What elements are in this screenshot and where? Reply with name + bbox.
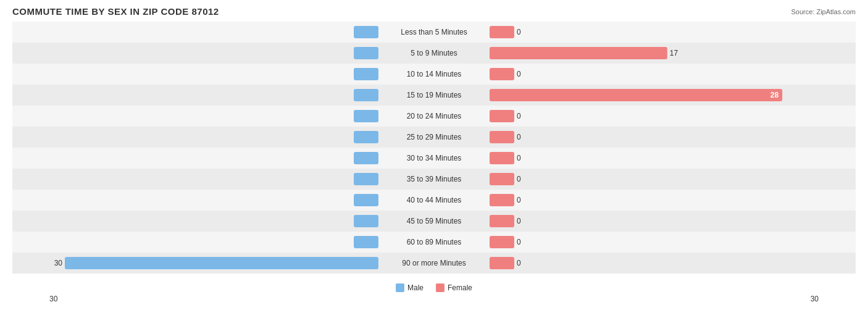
svg-rect-29 xyxy=(490,110,514,122)
chart-area: 0Less than 5 Minutes005 to 9 Minutes1701… xyxy=(12,22,856,280)
svg-text:28: 28 xyxy=(770,91,779,99)
svg-rect-38 xyxy=(354,152,378,164)
svg-rect-8 xyxy=(354,47,378,59)
title-row: COMMUTE TIME BY SEX IN ZIP CODE 87012 So… xyxy=(12,6,856,17)
svg-text:35 to 39 Minutes: 35 to 39 Minutes xyxy=(407,175,462,183)
chart-svg: 0Less than 5 Minutes005 to 9 Minutes1701… xyxy=(12,22,856,280)
svg-rect-17 xyxy=(490,68,514,80)
male-legend-label: Male xyxy=(407,283,424,292)
svg-text:0: 0 xyxy=(517,238,521,246)
legend-row: Male Female xyxy=(12,283,856,292)
svg-rect-59 xyxy=(490,215,514,227)
svg-text:Less than 5 Minutes: Less than 5 Minutes xyxy=(401,28,467,36)
svg-rect-65 xyxy=(490,236,514,248)
svg-rect-50 xyxy=(354,194,378,206)
svg-text:15 to 19 Minutes: 15 to 19 Minutes xyxy=(407,91,462,99)
svg-rect-22 xyxy=(490,89,782,101)
svg-rect-35 xyxy=(490,131,514,143)
svg-text:0: 0 xyxy=(517,154,521,162)
legend-male: Male xyxy=(396,283,424,292)
svg-text:90 or more Minutes: 90 or more Minutes xyxy=(402,259,465,267)
svg-rect-32 xyxy=(354,131,378,143)
svg-rect-56 xyxy=(354,215,378,227)
chart-title: COMMUTE TIME BY SEX IN ZIP CODE 87012 xyxy=(12,6,219,17)
svg-text:0: 0 xyxy=(517,259,521,267)
svg-text:0: 0 xyxy=(517,196,521,204)
svg-rect-47 xyxy=(490,173,514,185)
svg-text:10 to 14 Minutes: 10 to 14 Minutes xyxy=(407,70,462,78)
svg-text:60 to 89 Minutes: 60 to 89 Minutes xyxy=(407,238,462,246)
svg-rect-67 xyxy=(65,257,378,269)
svg-text:30 to 34 Minutes: 30 to 34 Minutes xyxy=(407,154,462,162)
svg-rect-20 xyxy=(354,89,378,101)
svg-text:45 to 59 Minutes: 45 to 59 Minutes xyxy=(407,217,462,225)
svg-rect-5 xyxy=(490,26,514,38)
svg-text:20 to 24 Minutes: 20 to 24 Minutes xyxy=(407,112,462,120)
svg-text:0: 0 xyxy=(517,133,521,141)
svg-rect-62 xyxy=(354,236,378,248)
svg-text:17: 17 xyxy=(670,49,678,57)
svg-text:0: 0 xyxy=(517,217,521,225)
svg-text:40 to 44 Minutes: 40 to 44 Minutes xyxy=(407,196,462,204)
svg-rect-26 xyxy=(354,110,378,122)
svg-rect-2 xyxy=(354,26,378,38)
svg-rect-14 xyxy=(354,68,378,80)
svg-rect-10 xyxy=(490,47,667,59)
svg-rect-71 xyxy=(490,257,514,269)
svg-rect-41 xyxy=(490,152,514,164)
chart-container: COMMUTE TIME BY SEX IN ZIP CODE 87012 So… xyxy=(0,0,868,323)
axis-left: 30 xyxy=(49,295,57,303)
svg-text:0: 0 xyxy=(517,112,521,120)
svg-text:0: 0 xyxy=(517,175,521,183)
svg-rect-53 xyxy=(490,194,514,206)
female-legend-box xyxy=(436,283,444,292)
svg-text:30: 30 xyxy=(54,259,63,267)
axis-right: 30 xyxy=(811,295,819,303)
axis-row: 30 30 xyxy=(12,295,856,303)
svg-text:0: 0 xyxy=(517,28,521,36)
legend-female: Female xyxy=(436,283,472,292)
source-text: Source: ZipAtlas.com xyxy=(791,8,856,15)
svg-text:25 to 29 Minutes: 25 to 29 Minutes xyxy=(407,133,462,141)
svg-text:0: 0 xyxy=(517,70,521,78)
svg-text:5 to 9 Minutes: 5 to 9 Minutes xyxy=(411,49,457,57)
svg-rect-44 xyxy=(354,173,378,185)
female-legend-label: Female xyxy=(448,283,472,292)
male-legend-box xyxy=(396,283,404,292)
